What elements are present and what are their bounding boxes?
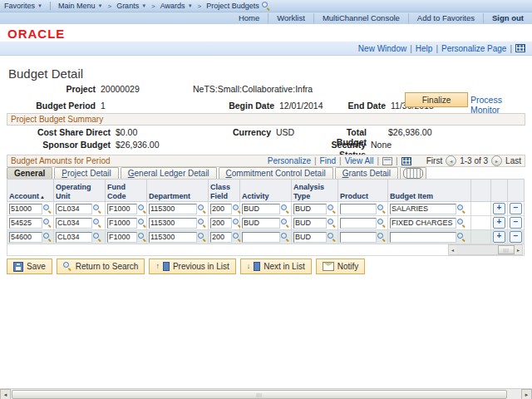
breadcrumb-awards[interactable]: Awards ▼ — [156, 2, 197, 10]
col-analysis-type[interactable]: Analysis Type — [292, 180, 338, 202]
lookup-icon[interactable] — [93, 219, 102, 228]
col-fund-code[interactable]: Fund Code — [106, 180, 147, 202]
find-link[interactable]: Find — [320, 156, 336, 165]
budget-item-input[interactable] — [390, 218, 456, 229]
fund-code-input[interactable] — [107, 232, 137, 243]
lookup-icon[interactable] — [328, 204, 337, 214]
class-field-input[interactable] — [210, 232, 232, 243]
tab-grants-detail[interactable]: Grants Detail — [335, 167, 398, 179]
scrollbar-thumb[interactable]: ||| — [12, 390, 507, 399]
notify-button[interactable]: Notify — [316, 259, 366, 274]
lookup-icon[interactable] — [457, 233, 466, 242]
class-field-input[interactable] — [210, 218, 232, 229]
lookup-icon[interactable] — [43, 219, 52, 228]
lookup-icon[interactable] — [377, 219, 387, 228]
add-to-favorites-link[interactable]: Add to Favorites — [408, 13, 483, 23]
class-field-input[interactable] — [210, 204, 232, 214]
personalize-page-link[interactable]: Personalize Page — [438, 44, 510, 53]
analysis-type-input[interactable] — [293, 232, 327, 243]
lookup-icon[interactable] — [457, 219, 466, 228]
new-window-link[interactable]: New Window — [355, 44, 410, 53]
product-input[interactable] — [340, 218, 377, 229]
personalize-layout-icon[interactable] — [515, 44, 525, 52]
worklist-link[interactable]: Worklist — [268, 13, 313, 23]
lookup-icon[interactable] — [198, 219, 207, 228]
account-input[interactable] — [9, 204, 42, 214]
save-button[interactable]: Save — [7, 259, 52, 274]
lookup-icon[interactable] — [233, 204, 242, 214]
col-product[interactable]: Product — [338, 180, 388, 202]
personalize-link[interactable]: Personalize — [268, 156, 311, 165]
activity-input[interactable] — [242, 218, 280, 229]
lookup-icon[interactable] — [233, 233, 242, 242]
analysis-type-input[interactable] — [293, 218, 327, 229]
operating-unit-input[interactable] — [56, 218, 92, 229]
scroll-right-icon[interactable]: ► — [515, 245, 522, 254]
lookup-icon[interactable] — [281, 204, 290, 214]
col-class-field[interactable]: Class Field — [209, 180, 240, 202]
department-input[interactable] — [149, 232, 197, 243]
next-page-icon[interactable]: ▸ — [491, 155, 502, 166]
department-input[interactable] — [149, 218, 197, 229]
search-icon[interactable] — [262, 2, 271, 11]
add-row-button[interactable]: + — [493, 203, 505, 214]
breadcrumb-grants[interactable]: Grants ▼ — [112, 2, 150, 10]
grid-horizontal-scrollbar[interactable]: ◄ ||| ► — [448, 244, 523, 255]
main-menu[interactable]: Main Menu ▼ — [54, 2, 106, 10]
col-operating-unit[interactable]: Operating Unit — [54, 180, 106, 202]
operating-unit-input[interactable] — [56, 232, 92, 243]
scroll-right-icon[interactable]: ► — [521, 389, 532, 399]
zoom-grid-icon[interactable] — [382, 157, 392, 165]
delete-row-button[interactable]: − — [510, 217, 522, 229]
first-label[interactable]: First — [426, 156, 442, 165]
tab-show-all-columns[interactable] — [400, 167, 426, 179]
lookup-icon[interactable] — [138, 233, 147, 242]
tab-general-ledger-detail[interactable]: General Ledger Detail — [121, 167, 217, 179]
account-input[interactable] — [9, 232, 42, 243]
product-input[interactable] — [340, 204, 377, 214]
last-label[interactable]: Last — [505, 156, 521, 165]
delete-row-button[interactable]: − — [510, 203, 522, 214]
finalize-button[interactable]: Finalize — [405, 92, 468, 107]
lookup-icon[interactable] — [328, 219, 337, 228]
col-activity[interactable]: Activity — [240, 180, 292, 202]
lookup-icon[interactable] — [93, 233, 102, 242]
product-input[interactable] — [340, 232, 377, 243]
activity-input[interactable] — [242, 204, 280, 214]
multichannel-console-link[interactable]: MultiChannel Console — [313, 13, 408, 23]
lookup-icon[interactable] — [328, 233, 337, 242]
operating-unit-input[interactable] — [56, 204, 92, 214]
next-in-list-button[interactable]: ↓ Next in List — [240, 259, 312, 274]
budget-item-input[interactable] — [390, 204, 456, 214]
lookup-icon[interactable] — [43, 204, 52, 214]
lookup-icon[interactable] — [93, 204, 102, 214]
lookup-icon[interactable] — [281, 233, 290, 242]
return-to-search-button[interactable]: Return to Search — [57, 259, 145, 274]
process-monitor-link[interactable]: Process Monitor — [470, 95, 532, 115]
sign-out-link[interactable]: Sign out — [483, 13, 532, 23]
col-department[interactable]: Department — [147, 180, 209, 202]
fund-code-input[interactable] — [107, 204, 137, 214]
scroll-left-icon[interactable]: ◄ — [449, 245, 456, 254]
lookup-icon[interactable] — [198, 233, 207, 242]
analysis-type-input[interactable] — [293, 204, 327, 214]
tab-commitment-control-detail[interactable]: Commitment Control Detail — [219, 167, 333, 179]
download-grid-icon[interactable] — [401, 157, 411, 165]
breadcrumb-project-budgets[interactable]: Project Budgets — [202, 2, 275, 11]
col-budget-item[interactable]: Budget Item — [388, 180, 471, 202]
lookup-icon[interactable] — [138, 204, 147, 214]
lookup-icon[interactable] — [43, 233, 52, 242]
delete-row-button[interactable]: − — [510, 231, 522, 243]
fund-code-input[interactable] — [107, 218, 137, 229]
budget-item-input[interactable] — [390, 232, 456, 243]
col-account[interactable]: Account▲ — [7, 180, 54, 202]
lookup-icon[interactable] — [457, 204, 466, 214]
page-horizontal-scrollbar[interactable]: ◄ ||| ► — [0, 388, 532, 399]
activity-input[interactable] — [242, 232, 280, 243]
tab-general[interactable]: General — [7, 167, 52, 179]
department-input[interactable] — [149, 204, 197, 214]
lookup-icon[interactable] — [198, 204, 207, 214]
scrollbar-thumb[interactable]: ||| — [498, 245, 515, 254]
add-row-button[interactable]: + — [493, 231, 505, 243]
add-row-button[interactable]: + — [493, 217, 505, 229]
